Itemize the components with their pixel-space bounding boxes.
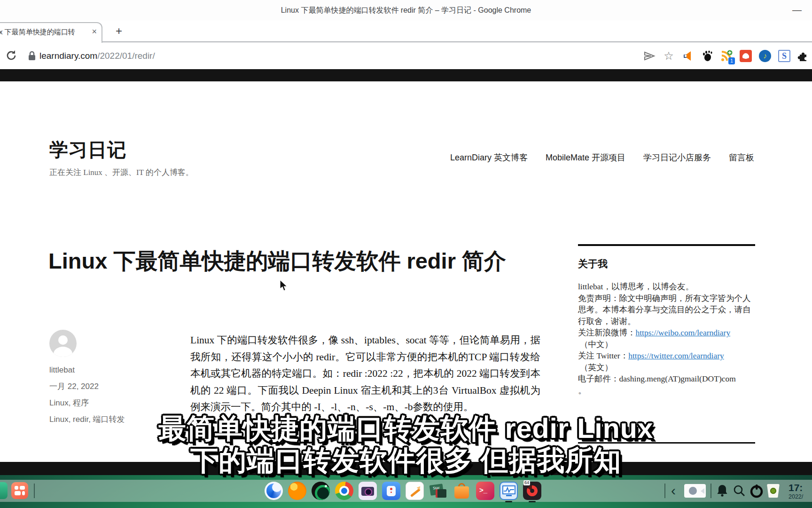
nav-item-mobilemate[interactable]: MobileMate 开源项目 [546,152,625,163]
email-suffix: 。 [578,386,586,395]
dock-text-editor-icon[interactable] [406,482,424,500]
email-value: dashing.meng(AT)gmail(DOT)com [619,374,736,383]
sidebar-twitter-row: 关注 Twitter：https://twitter.com/learndiar… [578,350,755,373]
dock-chrome-icon[interactable] [335,482,353,500]
dock-remote-desktop-icon[interactable]: 64 [523,482,541,500]
dock-system-monitor-icon[interactable] [500,482,518,500]
tray-separator-2 [710,484,711,498]
browser-toolbar: learndiary.com/2022/01/redir/ ☆ 1 ♪ S [0,42,812,69]
twitter-link[interactable]: https://twitter.com/learndiary [628,351,724,360]
dock-movie-player-icon[interactable] [312,482,330,500]
window-titlebar: Linux 下最简单快捷的端口转发软件 redir 简介 – 学习日记 - Go… [0,0,812,21]
rss-subscribe-extension-icon[interactable]: 1 [720,49,733,63]
nav-item-guestbook[interactable]: 留言板 [729,152,754,163]
megaphone-extension-icon[interactable] [681,49,695,63]
gnome-foot-extension-icon[interactable] [701,49,714,63]
extensions-puzzle-icon[interactable] [797,49,810,63]
author-name[interactable]: littlebat [49,365,167,375]
article-title: Linux 下最简单快捷的端口转发软件 redir 简介 [48,247,532,275]
url-path: /2022/01/redir/ [97,51,155,61]
email-label: 电子邮件： [578,374,619,383]
site-title[interactable]: 学习日记 [49,137,126,163]
author-avatar[interactable] [49,330,77,357]
dock-multitask-icon[interactable] [0,482,8,499]
letterbox-band-top [0,69,812,81]
dock-app-icons: Star >_ 64 [265,482,541,500]
desktop-screenshot: Linux 下最简单快捷的端口转发软件 redir 简介 – 学习日记 - Go… [0,0,812,508]
dock-deepin-browser-icon[interactable] [265,482,283,500]
article-body: Linux 下的端口转发软件很多，像 ssh、iptables、socat 等等… [190,332,540,416]
site-tagline: 正在关注 Linux 、开源、IT 的个人博客。 [49,167,194,178]
sidebar-heading: 关于我 [578,257,755,270]
nav-item-shop[interactable]: 学习日记小店服务 [643,152,711,163]
new-tab-button[interactable]: + [112,24,126,39]
share-send-icon[interactable] [643,49,656,63]
nav-item-learndiary-en[interactable]: LearnDiary 英文博客 [450,152,528,163]
tray-search-icon[interactable] [732,484,746,498]
desktop-wallpaper: Star >_ 64 ‹ [0,475,812,508]
url-bar[interactable]: learndiary.com/2022/01/redir/ [39,42,155,69]
dock-firefox-icon[interactable] [288,482,306,500]
rss-badge-count: 1 [728,57,735,64]
window-title: Linux 下最简单快捷的端口转发软件 redir 简介 – 学习日记 - Go… [0,6,812,16]
clock-date: 2022/ [789,493,812,500]
tab-strip: x 下最简单快捷的端口转 × + [0,21,812,42]
lock-icon[interactable] [27,50,37,62]
site-nav: LearnDiary 英文博客 MobileMate 开源项目 学习日记小店服务… [450,152,754,163]
video-subtitle-line2: 下的端口转发软件很多 但据我所知 [0,442,812,480]
twitter-note: （英文） [578,362,613,373]
tray-expand-chevron-icon[interactable]: ‹ [671,482,676,500]
tray-clock[interactable]: 17: 2022/ [789,482,812,500]
red-extension-icon[interactable] [740,50,752,62]
weibo-label: 关注新浪微博： [578,328,636,337]
twitter-label: 关注 Twitter： [578,351,628,360]
dock-dictionary-icon[interactable]: Star [429,482,447,500]
minimize-button[interactable]: — [792,5,801,15]
sidebar-weibo-row: 关注新浪微博：https://weibo.com/learndiary（中文） [578,327,755,350]
tab-title: x 下最简单快捷的端口转 [0,28,82,38]
mouse-cursor [279,279,289,294]
tray-trash-icon[interactable] [767,484,780,498]
reload-icon[interactable] [5,49,18,62]
s-extension-icon[interactable]: S [778,50,790,62]
tab-close-icon[interactable]: × [92,27,97,37]
bookmark-star-icon[interactable]: ☆ [662,49,675,63]
tray-screen-recorder-icon[interactable] [684,484,706,498]
tab-active[interactable]: x 下最简单快捷的端口转 × [0,22,102,43]
sidebar-email-row: 电子邮件：dashing.meng(AT)gmail(DOT)com。 [578,373,755,396]
toolbar-extensions: ☆ 1 ♪ S [643,42,811,69]
clock-time: 17: [789,482,812,493]
music-extension-icon[interactable]: ♪ [759,50,771,62]
sidebar-text: littlebat，以博思考，以博会友。 免责声明：除文中明确声明，所有文字皆为… [578,281,755,396]
post-date[interactable]: 一月 22, 2022 [49,382,167,391]
sidebar-disclaimer: 免责声明：除文中明确声明，所有文字皆为个人思考。本博本着分享与交流目的公之于众，… [578,293,755,327]
dock-camera-icon[interactable] [359,482,377,500]
sidebar-intro: littlebat，以博思考，以博会友。 [578,281,755,293]
tray-power-icon[interactable] [749,484,763,498]
webpage-content: 学习日记 正在关注 Linux 、开源、IT 的个人博客。 LearnDiary… [0,81,812,462]
remote-badge: 64 [523,480,530,485]
weibo-note: （中文） [578,339,613,350]
dock-separator-left [34,484,35,498]
url-domain: learndiary.com [39,51,97,61]
sidebar-about-widget: 关于我 littlebat，以博思考，以博会友。 免责声明：除文中明确声明，所有… [578,244,755,396]
weibo-link[interactable]: https://weibo.com/learndiary [636,328,731,337]
taskbar-dock: Star >_ 64 ‹ [0,480,812,502]
dock-terminal-icon[interactable]: >_ [476,482,494,500]
post-categories[interactable]: Linux, 程序 [49,398,167,408]
dock-appstore-icon[interactable] [453,482,471,500]
dock-store-icon[interactable] [382,482,400,500]
tray-separator-1 [664,484,665,498]
dock-launcher-icon[interactable] [11,482,28,499]
tray-notification-bell-icon[interactable] [715,484,729,498]
